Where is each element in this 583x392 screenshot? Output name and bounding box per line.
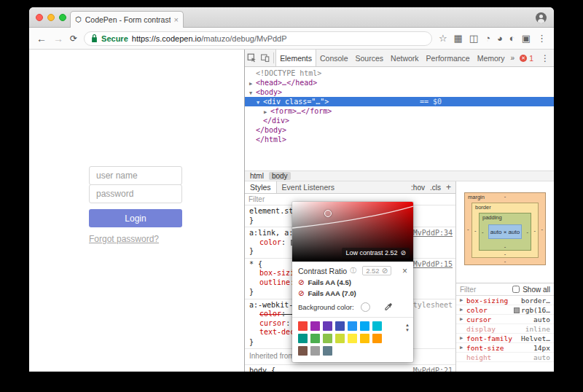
reload-icon[interactable]: ⟳ — [70, 34, 77, 43]
stylesheet-link[interactable]: MvPddP:15 — [413, 260, 453, 270]
dom-tree-node[interactable]: <!DOCTYPE html> — [245, 68, 554, 78]
box-model-content[interactable]: auto × auto — [488, 224, 522, 239]
devtools-tab-performance[interactable]: Performance — [423, 50, 474, 66]
toggle-element-state-button[interactable]: :hov — [411, 184, 425, 192]
palette-swatch[interactable] — [310, 346, 320, 356]
dom-tree-node[interactable]: </html> — [245, 135, 554, 144]
devtools-tab-sources[interactable]: Sources — [352, 50, 388, 66]
devtools-tab-network[interactable]: Network — [387, 50, 423, 66]
stylesheet-link[interactable]: MvPddP:21 — [413, 366, 453, 372]
devtools-menu-icon[interactable]: ⋮ — [536, 53, 554, 63]
browser-tab[interactable]: ⬡ CodePen - Form contrast chec × — [70, 11, 184, 28]
extension-icon-6[interactable]: ▣ — [522, 34, 531, 43]
property-name[interactable]: color — [259, 310, 281, 318]
property-name[interactable]: cursor — [259, 319, 286, 327]
zoom-window-button[interactable] — [59, 14, 66, 21]
forward-icon[interactable]: → — [53, 34, 63, 44]
dom-tree-node[interactable]: </div> — [245, 116, 554, 125]
styles-tabbar: StylesEvent Listeners:hov.cls+ — [245, 181, 455, 194]
palette-swatch[interactable] — [310, 321, 320, 331]
palette-swatch[interactable] — [348, 334, 357, 343]
palette-swatch[interactable] — [298, 334, 308, 343]
dom-tree-node[interactable]: ▼<div class="…">== $0 — [245, 97, 554, 106]
computed-property-row[interactable]: ▶font-size14px — [456, 343, 554, 353]
background-color-swatch[interactable] — [361, 302, 370, 312]
palette-swatch[interactable] — [298, 346, 308, 356]
console-error-indicator[interactable]: ✕ 1 — [517, 54, 536, 63]
minimize-window-button[interactable] — [47, 14, 55, 21]
tab-close-icon[interactable]: × — [174, 16, 179, 24]
palette-swatch[interactable] — [323, 321, 332, 331]
styles-tab-styles[interactable]: Styles — [245, 181, 277, 193]
color-picker-handle[interactable] — [324, 210, 332, 217]
chevron-right-icon[interactable]: ▶ — [460, 335, 466, 341]
chevron-right-icon[interactable]: ▶ — [460, 307, 466, 313]
extension-icon-2[interactable]: ◫ — [469, 34, 478, 43]
extension-icon-1[interactable]: ▦ — [454, 34, 463, 43]
palette-swatch[interactable] — [335, 321, 345, 331]
palette-swatch[interactable] — [323, 346, 332, 356]
palette-swatch[interactable] — [360, 334, 369, 343]
eyedropper-icon[interactable] — [384, 303, 392, 311]
property-name[interactable]: outline — [259, 278, 290, 286]
info-icon[interactable]: ⓘ — [350, 266, 356, 275]
palette-swatch[interactable] — [310, 334, 320, 343]
chevron-right-icon[interactable]: ▶ — [460, 316, 466, 322]
extension-icon-5[interactable]: ◐ — [509, 34, 515, 43]
forgot-password-link[interactable]: Forgot password? — [89, 234, 159, 244]
computed-property-row[interactable]: ▶box-sizingborder… — [456, 296, 554, 305]
palette-next-icon[interactable]: ▼ — [405, 328, 410, 332]
devtools-tab-elements[interactable]: Elements — [275, 50, 316, 66]
styles-tab-event-listeners[interactable]: Event Listeners — [277, 181, 340, 193]
palette-swatch[interactable] — [348, 321, 357, 331]
inspect-element-icon[interactable] — [245, 50, 259, 66]
dom-tree-node[interactable]: </body> — [245, 125, 554, 135]
computed-property-row[interactable]: ▶font-familyHelvet… — [456, 334, 554, 343]
show-all-checkbox[interactable] — [512, 286, 520, 293]
devtools-tab-console[interactable]: Console — [316, 50, 352, 66]
box-model-border[interactable]: border - - - padding - - - — [472, 203, 539, 258]
box-model-padding[interactable]: padding - - - auto × auto — [479, 213, 531, 251]
login-button[interactable]: Login — [89, 209, 182, 227]
dom-tree-node[interactable]: ▼<body> — [245, 87, 554, 97]
property-name[interactable]: color — [259, 238, 281, 246]
chevron-right-icon[interactable]: ▶ — [460, 297, 466, 303]
element-classes-button[interactable]: .cls — [430, 184, 441, 192]
dom-tree-node[interactable]: ▶<form>…</form> — [245, 106, 554, 116]
breadcrumb-html[interactable]: html — [247, 172, 267, 180]
extension-icon-4[interactable]: ◕ — [497, 34, 503, 43]
new-style-rule-button[interactable]: + — [446, 182, 451, 192]
more-tabs-icon[interactable]: » — [509, 54, 517, 62]
devtools-tab-memory[interactable]: Memory — [474, 50, 509, 66]
palette-swatch[interactable] — [372, 321, 382, 331]
computed-property-row[interactable]: heightauto — [456, 353, 554, 362]
profile-icon[interactable] — [536, 12, 547, 23]
username-field[interactable] — [89, 166, 182, 185]
color-gradient-area[interactable]: Low contrast 2.52 ⊘ — [292, 202, 413, 262]
close-contrast-icon[interactable]: × — [402, 267, 407, 275]
palette-swatch[interactable] — [372, 334, 382, 343]
close-window-button[interactable] — [36, 14, 43, 21]
computed-property-row[interactable]: ▶cursorauto — [456, 315, 554, 324]
computed-property-row[interactable]: ▶colorrgb(16… — [456, 305, 554, 315]
palette-swatch[interactable] — [323, 334, 332, 343]
extension-icon-3[interactable]: ◔ — [485, 34, 490, 43]
back-icon[interactable]: ← — [36, 34, 47, 44]
stylesheet-link[interactable]: MvPddP:34 — [413, 229, 453, 238]
chevron-right-icon[interactable]: ▶ — [460, 345, 466, 350]
device-toolbar-icon[interactable] — [259, 50, 273, 66]
computed-property-row[interactable]: displayinline — [456, 324, 554, 334]
address-bar[interactable]: Secure https://s.codepen.io/matuzo/debug… — [84, 31, 432, 46]
breadcrumb-body[interactable]: body — [269, 172, 291, 180]
browser-menu-icon[interactable]: ⋮ — [537, 34, 547, 43]
password-field[interactable] — [89, 184, 182, 203]
palette-prev-icon[interactable]: ▲ — [405, 323, 410, 327]
computed-filter-input[interactable] — [460, 286, 509, 294]
dom-tree-node[interactable]: ▶<head>…</head> — [245, 78, 554, 87]
box-model-margin[interactable]: margin - - - - border - - - pa — [464, 192, 546, 265]
palette-swatch[interactable] — [360, 321, 369, 331]
bookmark-star-icon[interactable]: ☆ — [439, 34, 447, 43]
palette-swatch[interactable] — [298, 321, 308, 331]
rule-selector[interactable]: body { — [249, 366, 410, 372]
palette-swatch[interactable] — [335, 334, 345, 343]
